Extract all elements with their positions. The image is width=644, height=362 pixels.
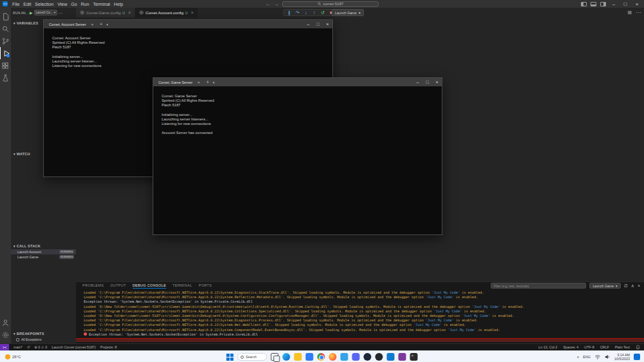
menu-go[interactable]: Go bbox=[71, 2, 77, 6]
taskbar-search[interactable]: Search bbox=[238, 353, 267, 361]
close-button[interactable]: × bbox=[432, 78, 442, 86]
panel-tab-debug-console[interactable]: DEBUG CONSOLE bbox=[133, 283, 166, 289]
status-problems[interactable]: ⊗ 0 ⚠ 0 bbox=[34, 345, 47, 349]
step-into-button[interactable]: ↓ bbox=[303, 10, 309, 15]
panel-tab-ports[interactable]: PORTS bbox=[198, 283, 211, 289]
editor-tab-comet.account.config[interactable]: Comet.Account.configU× bbox=[135, 8, 198, 17]
new-tab-icon[interactable]: + bbox=[206, 80, 209, 84]
clear-console-icon[interactable]: ∅ bbox=[624, 283, 628, 289]
edge-icon[interactable] bbox=[283, 353, 290, 361]
activity-search-icon[interactable] bbox=[0, 23, 11, 35]
status-cursor-position[interactable]: Ln 13, Col 2 bbox=[538, 345, 557, 349]
status-indentation[interactable]: Spaces: 4 bbox=[563, 345, 578, 349]
activity-testing-icon[interactable] bbox=[0, 71, 11, 84]
close-button[interactable]: × bbox=[633, 1, 641, 7]
maximize-button[interactable]: □ bbox=[422, 78, 432, 86]
minimize-button[interactable]: – bbox=[610, 1, 618, 7]
chrome-icon[interactable] bbox=[317, 353, 325, 361]
maximize-button[interactable]: □ bbox=[621, 1, 629, 7]
history-forward-icon[interactable]: → bbox=[274, 1, 279, 7]
close-tab-icon[interactable]: × bbox=[128, 10, 131, 15]
close-panel-icon[interactable]: × bbox=[638, 283, 640, 288]
step-out-button[interactable]: ↑ bbox=[311, 10, 317, 15]
toggle-secondary-sidebar-icon[interactable] bbox=[600, 2, 606, 6]
launch-config-dropdown[interactable]: Launch Co...▾ bbox=[34, 10, 57, 15]
tab-dropdown-icon[interactable]: ▾ bbox=[213, 81, 214, 84]
status-encoding[interactable]: UTF-8 bbox=[584, 345, 594, 349]
task-view-icon[interactable] bbox=[271, 353, 279, 361]
steam-icon[interactable] bbox=[364, 353, 372, 361]
maximize-panel-icon[interactable]: ∧ bbox=[631, 283, 634, 289]
vscode-icon[interactable] bbox=[387, 353, 395, 361]
mail-icon[interactable] bbox=[341, 353, 348, 361]
call-stack-row[interactable]: Launch AccountRUNNING bbox=[11, 249, 76, 254]
menu-selection[interactable]: Selection bbox=[35, 2, 53, 6]
close-tab-icon[interactable]: × bbox=[91, 23, 94, 26]
game-server-titlebar[interactable]: Comet, Game Server × + ▾ – □ × bbox=[153, 78, 442, 86]
tab-dropdown-icon[interactable]: ▾ bbox=[106, 23, 108, 26]
panel-tab-problems[interactable]: PROBLEMS bbox=[82, 283, 104, 289]
minimize-button[interactable]: – bbox=[413, 78, 422, 86]
step-over-button[interactable]: ↷ bbox=[294, 10, 301, 15]
menu-run[interactable]: Run bbox=[81, 2, 90, 6]
language-indicator[interactable]: ENG bbox=[583, 355, 591, 359]
status-eol[interactable]: CRLF bbox=[600, 345, 609, 349]
activity-source-control-icon[interactable] bbox=[0, 35, 11, 47]
notifications-bell-icon[interactable] bbox=[636, 345, 640, 350]
notification-center-icon[interactable] bbox=[634, 354, 640, 360]
minimize-button[interactable]: – bbox=[303, 20, 313, 28]
editor-tab-comet.game.config[interactable]: Comet.Game.configU× bbox=[76, 8, 135, 17]
call-stack-section-header[interactable]: ▾CALL STACK bbox=[11, 243, 76, 249]
toggle-sidebar-icon[interactable] bbox=[581, 2, 587, 6]
status-branch[interactable]: main* bbox=[14, 345, 23, 349]
start-button[interactable] bbox=[227, 354, 234, 361]
firefox-icon[interactable] bbox=[329, 353, 337, 361]
status-language-mode[interactable]: Plain Text bbox=[615, 345, 630, 349]
status-sync[interactable]: ↺ bbox=[27, 345, 30, 349]
activity-extensions-icon[interactable] bbox=[0, 59, 11, 71]
maximize-button[interactable]: □ bbox=[313, 20, 323, 28]
panel-tab-terminal[interactable]: TERMINAL bbox=[173, 283, 192, 289]
new-tab-icon[interactable]: + bbox=[100, 22, 102, 26]
pause-button[interactable]: ∥ bbox=[286, 10, 292, 15]
start-debug-icon[interactable]: ▶ bbox=[30, 10, 33, 15]
activity-explorer-icon[interactable] bbox=[0, 10, 11, 23]
wifi-icon[interactable] bbox=[594, 354, 601, 360]
panel-config-dropdown[interactable]: Launch Game ▾ bbox=[589, 283, 620, 289]
toggle-panel-icon[interactable] bbox=[591, 2, 596, 6]
file-explorer-icon[interactable] bbox=[294, 353, 302, 361]
activity-run-and-debug-icon[interactable] bbox=[0, 47, 11, 59]
breakpoint-row[interactable]: All Exceptions bbox=[11, 337, 76, 342]
visual-studio-icon[interactable] bbox=[399, 353, 406, 361]
menu-help[interactable]: Help bbox=[114, 2, 123, 6]
history-back-icon[interactable]: ← bbox=[265, 1, 270, 7]
account-server-titlebar[interactable]: Comet, Account Server × + ▾ – □ × bbox=[44, 20, 332, 28]
store-icon[interactable] bbox=[306, 353, 314, 361]
status-debug-target[interactable]: Launch Comet (comet-5187) bbox=[52, 345, 96, 349]
debug-console-filter-input[interactable] bbox=[491, 283, 586, 289]
close-tab-icon[interactable]: × bbox=[191, 10, 193, 15]
clock[interactable]: 3:14 AM 10/5/2023 bbox=[614, 353, 630, 361]
close-button[interactable]: × bbox=[323, 20, 332, 28]
call-stack-row[interactable]: Launch GameRUNNING bbox=[11, 254, 76, 260]
activity-settings-icon[interactable] bbox=[0, 329, 11, 341]
activity-account-icon[interactable] bbox=[0, 316, 11, 329]
split-editor-icon[interactable]: ⊞ bbox=[627, 10, 632, 15]
menu-terminal[interactable]: Terminal bbox=[93, 2, 109, 6]
breakpoint-checkbox[interactable] bbox=[16, 338, 19, 341]
menu-view[interactable]: View bbox=[57, 2, 67, 6]
terminal-icon[interactable] bbox=[410, 353, 418, 361]
menu-edit[interactable]: Edit bbox=[23, 2, 31, 6]
remote-indicator[interactable]: >< bbox=[0, 344, 9, 351]
discord-icon[interactable] bbox=[352, 353, 360, 361]
restart-button[interactable]: ↺ bbox=[319, 10, 326, 15]
debug-config-dropdown[interactable]: Launch Game ▾ bbox=[332, 9, 364, 16]
github-icon[interactable] bbox=[375, 353, 383, 361]
volume-icon[interactable] bbox=[605, 354, 611, 360]
weather-widget[interactable]: 25°C bbox=[5, 351, 21, 362]
menu-file[interactable]: File bbox=[12, 2, 19, 6]
close-tab-icon[interactable]: × bbox=[198, 81, 200, 84]
status-projects[interactable]: Projects: 8 bbox=[100, 345, 117, 349]
panel-tab-output[interactable]: OUTPUT bbox=[110, 283, 126, 289]
more-actions-icon[interactable]: ⋯ bbox=[636, 10, 641, 15]
